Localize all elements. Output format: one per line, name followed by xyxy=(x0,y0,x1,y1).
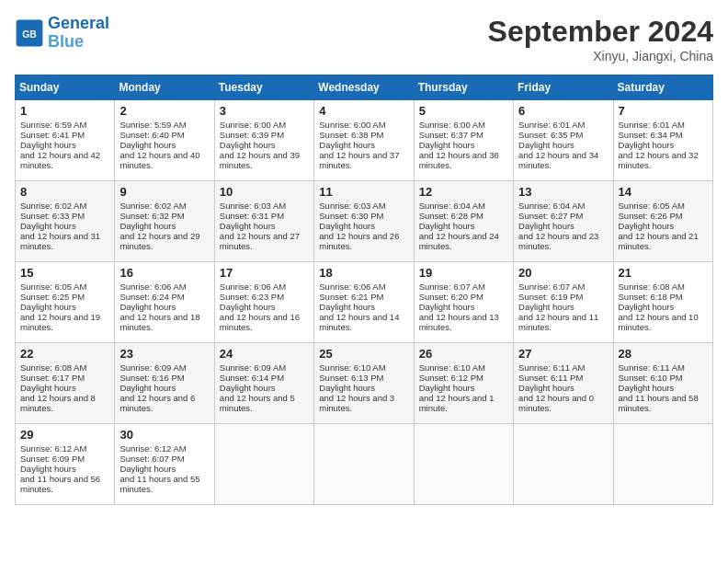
daylight-duration: and 12 hours and 10 minutes. xyxy=(619,312,699,332)
sunrise-label: Sunrise: 6:11 AM xyxy=(518,362,585,373)
calendar-week-row: 8 Sunrise: 6:02 AM Sunset: 6:33 PM Dayli… xyxy=(16,181,713,262)
day-number: 13 xyxy=(518,185,608,199)
calendar-cell-15: 15 Sunrise: 6:05 AM Sunset: 6:25 PM Dayl… xyxy=(16,262,115,343)
calendar-cell-19: 19 Sunrise: 6:07 AM Sunset: 6:20 PM Dayl… xyxy=(414,262,513,343)
daylight-duration: and 12 hours and 13 minutes. xyxy=(419,312,499,332)
day-number: 21 xyxy=(619,266,708,280)
day-number: 22 xyxy=(20,347,109,361)
sunrise-label: Sunrise: 6:03 AM xyxy=(220,201,286,211)
daylight-duration: and 12 hours and 21 minutes. xyxy=(619,231,699,251)
daylight-duration: and 12 hours and 24 minutes. xyxy=(419,231,499,251)
day-number: 4 xyxy=(319,104,408,118)
sunset-label: Sunset: 6:26 PM xyxy=(619,211,683,221)
day-number: 19 xyxy=(419,266,508,280)
daylight-label: Daylight hours xyxy=(319,383,375,393)
daylight-duration: and 12 hours and 23 minutes. xyxy=(518,231,598,251)
calendar-cell-empty xyxy=(414,424,513,505)
sunset-label: Sunset: 6:35 PM xyxy=(518,130,583,140)
sunset-label: Sunset: 6:40 PM xyxy=(119,130,184,140)
calendar-cell-13: 13 Sunrise: 6:04 AM Sunset: 6:27 PM Dayl… xyxy=(514,181,613,262)
daylight-label: Daylight hours xyxy=(119,302,176,312)
calendar-cell-8: 8 Sunrise: 6:02 AM Sunset: 6:33 PM Dayli… xyxy=(16,181,115,262)
header-wednesday: Wednesday xyxy=(314,75,414,100)
daylight-duration: and 12 hours and 18 minutes. xyxy=(119,312,199,332)
calendar-cell-30: 30 Sunrise: 6:12 AM Sunset: 6:07 PM Dayl… xyxy=(115,424,214,505)
days-header-row: Sunday Monday Tuesday Wednesday Thursday… xyxy=(16,75,713,100)
daylight-duration: and 12 hours and 27 minutes. xyxy=(220,231,300,251)
day-number: 15 xyxy=(20,266,109,280)
daylight-label: Daylight hours xyxy=(220,383,276,393)
calendar-cell-12: 12 Sunrise: 6:04 AM Sunset: 6:28 PM Dayl… xyxy=(414,181,513,262)
calendar-cell-18: 18 Sunrise: 6:06 AM Sunset: 6:21 PM Dayl… xyxy=(314,262,414,343)
sunrise-label: Sunrise: 6:10 AM xyxy=(319,362,385,373)
sunset-label: Sunset: 6:09 PM xyxy=(20,454,85,464)
day-number: 12 xyxy=(419,185,508,199)
daylight-label: Daylight hours xyxy=(20,140,76,150)
sunset-label: Sunset: 6:17 PM xyxy=(20,373,85,383)
daylight-label: Daylight hours xyxy=(619,140,675,150)
daylight-duration: and 12 hours and 11 minutes. xyxy=(518,312,598,332)
sunset-label: Sunset: 6:18 PM xyxy=(619,292,683,302)
daylight-label: Daylight hours xyxy=(119,383,176,393)
sunrise-label: Sunrise: 6:08 AM xyxy=(619,282,685,292)
sunset-label: Sunset: 6:31 PM xyxy=(220,211,284,221)
sunrise-label: Sunrise: 6:05 AM xyxy=(619,201,685,211)
daylight-duration: and 12 hours and 0 minutes. xyxy=(518,393,594,413)
daylight-duration: and 12 hours and 14 minutes. xyxy=(319,312,399,332)
daylight-label: Daylight hours xyxy=(319,221,375,231)
sunset-label: Sunset: 6:39 PM xyxy=(220,130,284,140)
day-number: 20 xyxy=(518,266,608,280)
calendar-cell-20: 20 Sunrise: 6:07 AM Sunset: 6:19 PM Dayl… xyxy=(514,262,613,343)
sunset-label: Sunset: 6:28 PM xyxy=(419,211,483,221)
calendar-cell-22: 22 Sunrise: 6:08 AM Sunset: 6:17 PM Dayl… xyxy=(16,343,115,424)
sunrise-label: Sunrise: 6:07 AM xyxy=(419,282,485,292)
day-number: 8 xyxy=(20,185,109,199)
sunset-label: Sunset: 6:16 PM xyxy=(119,373,184,383)
header-friday: Friday xyxy=(514,75,613,100)
calendar-cell-empty xyxy=(613,424,712,505)
sunrise-label: Sunrise: 6:00 AM xyxy=(419,120,485,130)
calendar-cell-empty xyxy=(214,424,313,505)
svg-text:GB: GB xyxy=(22,29,37,40)
day-number: 2 xyxy=(119,104,209,118)
daylight-duration: and 12 hours and 8 minutes. xyxy=(20,393,96,413)
daylight-duration: and 12 hours and 5 minutes. xyxy=(220,393,295,413)
sunset-label: Sunset: 6:34 PM xyxy=(619,130,683,140)
calendar-cell-10: 10 Sunrise: 6:03 AM Sunset: 6:31 PM Dayl… xyxy=(214,181,313,262)
daylight-label: Daylight hours xyxy=(419,302,475,312)
calendar-cell-2: 2 Sunrise: 5:59 AM Sunset: 6:40 PM Dayli… xyxy=(115,100,214,181)
calendar-cell-9: 9 Sunrise: 6:02 AM Sunset: 6:32 PM Dayli… xyxy=(115,181,214,262)
daylight-label: Daylight hours xyxy=(619,221,675,231)
daylight-label: Daylight hours xyxy=(20,302,76,312)
day-number: 3 xyxy=(220,104,309,118)
calendar-cell-4: 4 Sunrise: 6:00 AM Sunset: 6:38 PM Dayli… xyxy=(314,100,414,181)
header-sunday: Sunday xyxy=(16,75,115,100)
daylight-label: Daylight hours xyxy=(319,140,375,150)
day-number: 1 xyxy=(20,104,109,118)
day-number: 10 xyxy=(220,185,309,199)
daylight-label: Daylight hours xyxy=(518,383,574,393)
calendar-cell-empty xyxy=(514,424,613,505)
daylight-duration: and 12 hours and 39 minutes. xyxy=(220,150,300,170)
header-tuesday: Tuesday xyxy=(214,75,313,100)
sunset-label: Sunset: 6:23 PM xyxy=(220,292,284,302)
sunrise-label: Sunrise: 6:04 AM xyxy=(419,201,485,211)
sunset-label: Sunset: 6:19 PM xyxy=(518,292,583,302)
calendar-cell-28: 28 Sunrise: 6:11 AM Sunset: 6:10 PM Dayl… xyxy=(613,343,712,424)
daylight-label: Daylight hours xyxy=(220,302,276,312)
page-header: GB General Blue September 2024 Xinyu, Ji… xyxy=(15,15,713,63)
calendar-week-row: 22 Sunrise: 6:08 AM Sunset: 6:17 PM Dayl… xyxy=(16,343,713,424)
sunrise-label: Sunrise: 5:59 AM xyxy=(119,120,186,130)
day-number: 27 xyxy=(518,347,608,361)
sunset-label: Sunset: 6:13 PM xyxy=(319,373,383,383)
sunset-label: Sunset: 6:25 PM xyxy=(20,292,85,302)
sunrise-label: Sunrise: 6:12 AM xyxy=(20,443,86,454)
daylight-duration: and 12 hours and 40 minutes. xyxy=(119,150,199,170)
calendar-cell-7: 7 Sunrise: 6:01 AM Sunset: 6:34 PM Dayli… xyxy=(613,100,712,181)
daylight-label: Daylight hours xyxy=(518,140,574,150)
sunrise-label: Sunrise: 6:12 AM xyxy=(119,443,186,454)
header-saturday: Saturday xyxy=(613,75,712,100)
daylight-duration: and 11 hours and 56 minutes. xyxy=(20,474,100,494)
calendar-cell-26: 26 Sunrise: 6:10 AM Sunset: 6:12 PM Dayl… xyxy=(414,343,513,424)
calendar-cell-3: 3 Sunrise: 6:00 AM Sunset: 6:39 PM Dayli… xyxy=(214,100,313,181)
